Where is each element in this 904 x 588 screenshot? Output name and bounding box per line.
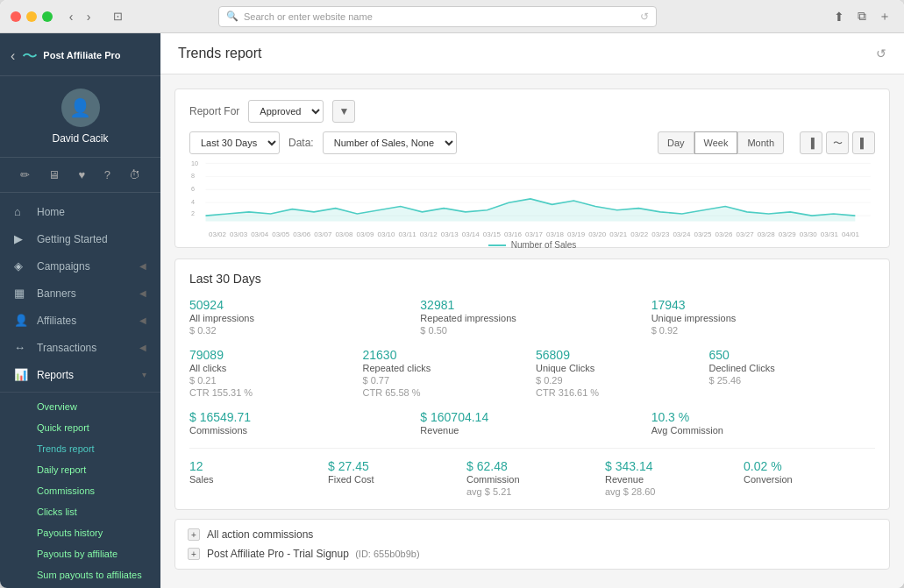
repeated-clicks-ctr: CTR 65.58 % [363, 387, 530, 398]
reports-arrow: ▾ [142, 370, 146, 379]
sidebar-item-label: Banners [37, 287, 76, 300]
controls-row2: Last 30 Days Data: Number of Sales, None… [189, 131, 875, 154]
line-chart-button[interactable]: 〜 [826, 131, 849, 154]
unique-impressions-label: Unique impressions [651, 313, 875, 323]
month-view-button[interactable]: Month [737, 131, 784, 154]
affiliates-arrow: ◀ [139, 315, 146, 325]
report-for-select[interactable]: Approved [248, 100, 324, 123]
avatar-section: 👤 David Cacik [0, 76, 160, 158]
svg-text:6: 6 [191, 185, 195, 193]
new-window-button[interactable]: ⧉ [853, 8, 871, 25]
impressions-row: 50924 All impressions $ 0.32 32981 Repea… [189, 298, 875, 336]
sales-value: 12 [189, 459, 321, 473]
declined-clicks-label: Declined Clicks [709, 363, 876, 373]
address-bar[interactable]: 🔍 Search or enter website name ↺ [218, 6, 657, 27]
campaign-id: (ID: 655b0b9b) [355, 549, 419, 559]
all-action-label: All action commissions [207, 528, 313, 541]
subnav-sum-payouts[interactable]: Sum payouts to affiliates [0, 564, 160, 585]
conversion: 0.02 % Conversion [744, 459, 875, 497]
avatar-name: David Cacik [52, 132, 108, 145]
subnav-payouts-by-affiliate[interactable]: Payouts by affiliate [0, 543, 160, 564]
minimize-button[interactable] [26, 11, 37, 22]
declined-clicks: 650 Declined Clicks $ 25.46 [709, 348, 876, 398]
sidebar-item-transactions[interactable]: ↔ Transactions ◀ [0, 334, 160, 361]
bar-chart-button[interactable]: ▐ [800, 131, 822, 154]
all-action-commissions-row[interactable]: + All action commissions [188, 528, 877, 541]
sidebar-logo: 〜 Post Affiliate Pro [22, 46, 120, 67]
monitor-icon[interactable]: 🖥 [45, 165, 63, 185]
filter-button[interactable]: ▼ [332, 100, 355, 123]
maximize-button[interactable] [42, 11, 53, 22]
conversion-label: Conversion [744, 474, 875, 485]
subnav-quick-report[interactable]: Quick report [0, 417, 160, 438]
data-select[interactable]: Number of Sales, None [323, 131, 457, 154]
transactions-arrow: ◀ [139, 343, 146, 352]
sidebar: ‹ 〜 Post Affiliate Pro 👤 David Cacik ✏ 🖥… [0, 33, 160, 588]
share-button[interactable]: ⬆ [830, 8, 848, 25]
commissions: $ 16549.71 Commissions [189, 410, 413, 436]
revenue-value: $ 160704.14 [420, 410, 644, 424]
subnav-daily-report[interactable]: Daily report [0, 459, 160, 480]
heart-icon[interactable]: ♥ [75, 165, 89, 185]
svg-text:10: 10 [191, 159, 198, 166]
sidebar-item-banners[interactable]: ▦ Banners ◀ [0, 280, 160, 307]
sidebar-back-button[interactable]: ‹ [11, 48, 15, 64]
sidebar-item-affiliates[interactable]: 👤 Affiliates ◀ [0, 307, 160, 334]
clock-icon[interactable]: ⏱ [125, 165, 144, 185]
subnav-overview[interactable]: Overview [0, 396, 160, 417]
period-select[interactable]: Last 30 Days [189, 131, 280, 154]
sidebar-item-label: Campaigns [37, 260, 90, 273]
subnav-payouts-history[interactable]: Payouts history [0, 522, 160, 543]
unique-impressions-sub: $ 0.92 [651, 325, 875, 336]
sidebar-item-campaigns[interactable]: ◈ Campaigns ◀ [0, 252, 160, 280]
controls-row1: Report For Approved ▼ [189, 100, 875, 123]
commissions-label: Commissions [189, 425, 413, 436]
add-tab-button[interactable]: ＋ [876, 8, 893, 25]
sidebar-item-getting-started[interactable]: ▶ Getting Started [0, 225, 160, 252]
help-icon[interactable]: ? [101, 165, 114, 185]
chart-type-buttons: ▐ 〜 ▌ [800, 131, 875, 154]
campaign-toggle-icon[interactable]: + [188, 548, 200, 560]
content-area: Trends report ↺ Report For Approved ▼ [160, 33, 904, 588]
campaign-label: Post Affiliate Pro - Trial Signup [207, 548, 349, 560]
forward-button[interactable]: › [81, 9, 96, 25]
fixed-cost: $ 27.45 Fixed Cost [328, 459, 459, 497]
day-view-button[interactable]: Day [658, 131, 694, 154]
traffic-lights [11, 11, 53, 22]
sales-row: 12 Sales $ 27.45 Fixed Cost $ 62.48 Comm… [189, 448, 875, 497]
campaign-row[interactable]: + Post Affiliate Pro - Trial Signup (ID:… [188, 548, 877, 560]
transactions-icon: ↔ [14, 341, 28, 354]
close-button[interactable] [11, 11, 21, 22]
refresh-button[interactable]: ↺ [876, 46, 886, 60]
revenue: $ 160704.14 Revenue [420, 410, 644, 436]
banners-icon: ▦ [14, 287, 28, 300]
view-buttons: Day Week Month [658, 131, 784, 154]
campaigns-icon: ◈ [14, 259, 28, 273]
unique-clicks-label: Unique Clicks [536, 363, 702, 373]
week-view-button[interactable]: Week [694, 131, 738, 154]
edit-icon[interactable]: ✏ [17, 165, 33, 185]
all-impressions-value: 50924 [189, 298, 413, 312]
logo-text: Post Affiliate Pro [43, 50, 120, 61]
sidebar-item-reports[interactable]: 📊 Reports ▾ [0, 361, 160, 388]
subnav-clicks-list[interactable]: Clicks list [0, 501, 160, 522]
home-icon: ⌂ [14, 205, 28, 218]
content-body: Report For Approved ▼ Last 30 Days Data:… [160, 74, 904, 588]
repeated-clicks-label: Repeated clicks [363, 363, 530, 373]
subnav-commissions[interactable]: Commissions [0, 480, 160, 501]
back-button[interactable]: ‹ [63, 9, 79, 25]
column-chart-button[interactable]: ▌ [852, 131, 875, 154]
sidebar-item-home[interactable]: ⌂ Home [0, 198, 160, 225]
chart-svg: 10 8 6 4 2 [189, 158, 875, 228]
declined-clicks-sub: $ 25.46 [709, 375, 876, 386]
all-impressions-label: All impressions [189, 313, 413, 323]
action-commissions-section: + All action commissions + Post Affiliat… [174, 519, 890, 570]
all-clicks-label: All clicks [189, 363, 356, 373]
commission-stat-value: $ 62.48 [466, 459, 598, 473]
new-tab-button[interactable]: ⊡ [107, 6, 128, 27]
sidebar-item-label: Home [37, 206, 65, 218]
action-toggle-icon[interactable]: + [188, 528, 200, 541]
subnav-trends-report[interactable]: Trends report [0, 438, 160, 459]
repeated-clicks-value: 21630 [363, 348, 530, 362]
commission-stat-sub: avg $ 5.21 [466, 486, 598, 497]
